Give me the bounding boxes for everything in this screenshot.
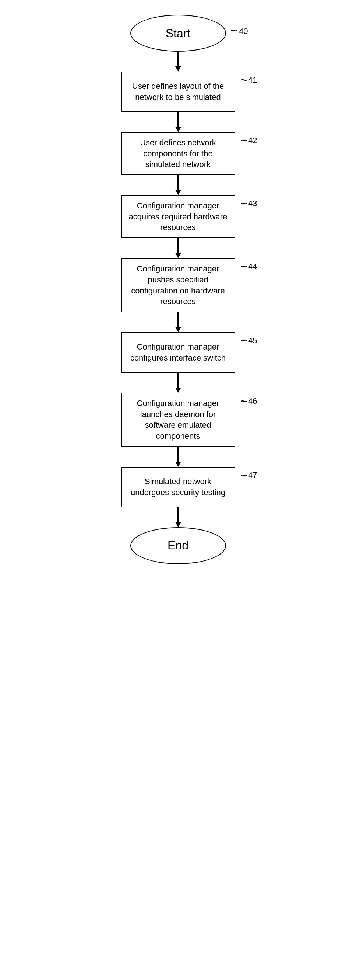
arrow-2 (175, 112, 181, 132)
step-45-box: Configuration manager configures interfa… (121, 332, 235, 373)
step-47-label: Simulated network undergoes security tes… (128, 476, 228, 498)
step-44-box: Configuration manager pushes specified c… (121, 258, 235, 312)
annotation-43: ~ 43 (241, 199, 257, 208)
end-node: End (130, 527, 226, 564)
annotation-45: ~ 45 (241, 336, 257, 345)
annotation-40: ~ 40 (231, 26, 248, 36)
arrow-4 (175, 238, 181, 258)
annotation-46: ~ 46 (241, 396, 257, 406)
step-44-label: Configuration manager pushes specified c… (128, 263, 228, 307)
annotation-42: ~ 42 (241, 136, 257, 145)
step-42-box: User defines network components for the … (121, 132, 235, 175)
end-label: End (168, 539, 188, 552)
step-46-box: Configuration manager launches daemon fo… (121, 393, 235, 447)
step-43-box: Configuration manager acquires required … (121, 195, 235, 238)
flowchart: Start ~ 40 User defines layout of the ne… (68, 15, 289, 564)
arrow-7 (175, 447, 181, 467)
annotation-44: ~ 44 (241, 262, 257, 271)
step-41-label: User defines layout of the network to be… (128, 81, 228, 102)
step-47-box: Simulated network undergoes security tes… (121, 467, 235, 508)
arrow-3 (175, 175, 181, 195)
arrow-8 (175, 508, 181, 527)
annotation-47: ~ 47 (241, 471, 257, 480)
step-42-label: User defines network components for the … (128, 137, 228, 170)
arrow-5 (175, 312, 181, 332)
step-41-box: User defines layout of the network to be… (121, 72, 235, 112)
step-46-label: Configuration manager launches daemon fo… (128, 398, 228, 442)
start-node: Start (130, 15, 226, 52)
step-45-label: Configuration manager configures interfa… (128, 341, 228, 363)
arrow-6 (175, 373, 181, 393)
arrow-1 (175, 52, 181, 72)
step-43-label: Configuration manager acquires required … (128, 200, 228, 233)
annotation-41: ~ 41 (241, 75, 257, 85)
start-label: Start (166, 27, 191, 40)
